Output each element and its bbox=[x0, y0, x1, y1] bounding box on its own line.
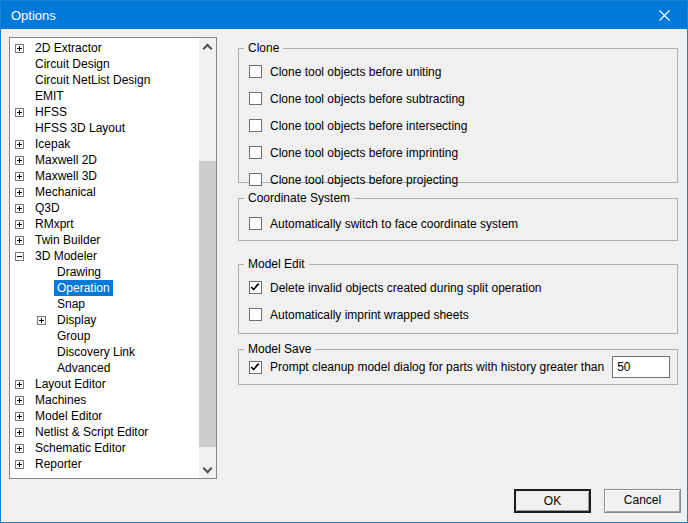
cancel-button[interactable]: Cancel bbox=[604, 489, 681, 513]
collapse-minus-icon[interactable] bbox=[15, 252, 24, 261]
tree-item[interactable]: Mechanical bbox=[10, 184, 199, 200]
checkbox-label[interactable]: Delete invalid objects created during sp… bbox=[270, 281, 542, 295]
tree-item-label[interactable]: Circuit NetList Design bbox=[32, 72, 153, 88]
tree-item-label[interactable]: Maxwell 3D bbox=[32, 168, 100, 184]
scroll-down-button[interactable] bbox=[199, 461, 216, 478]
expand-plus-icon[interactable] bbox=[15, 204, 24, 213]
checkbox-unchecked[interactable] bbox=[249, 217, 262, 230]
tree-item-label[interactable]: Circuit Design bbox=[32, 56, 113, 72]
checkbox-label[interactable]: Clone tool objects before imprinting bbox=[270, 146, 458, 160]
tree-item-label[interactable]: Machines bbox=[32, 392, 89, 408]
checkbox-unchecked[interactable] bbox=[249, 308, 262, 321]
tree-item-label[interactable]: Group bbox=[54, 328, 93, 344]
tree-item-label[interactable]: Drawing bbox=[54, 264, 104, 280]
tree-item[interactable]: Schematic Editor bbox=[10, 440, 199, 456]
tree-item-label[interactable]: EMIT bbox=[32, 88, 67, 104]
tree-item-label[interactable]: Twin Builder bbox=[32, 232, 103, 248]
group-title: Coordinate System bbox=[244, 191, 354, 206]
expand-plus-icon[interactable] bbox=[15, 412, 24, 421]
category-tree: 2D ExtractorCircuit DesignCircuit NetLis… bbox=[9, 37, 217, 479]
tree-item[interactable]: Maxwell 3D bbox=[10, 168, 199, 184]
tree-item[interactable]: Netlist & Script Editor bbox=[10, 424, 199, 440]
tree-item-label[interactable]: Mechanical bbox=[32, 184, 99, 200]
tree-item-label[interactable]: Icepak bbox=[32, 136, 73, 152]
tree-item[interactable]: Operation bbox=[10, 280, 199, 296]
tree-item-label[interactable]: Maxwell 2D bbox=[32, 152, 100, 168]
checkbox-unchecked[interactable] bbox=[249, 119, 262, 132]
tree-item[interactable]: HFSS bbox=[10, 104, 199, 120]
checkbox-unchecked[interactable] bbox=[249, 92, 262, 105]
checkbox-checked[interactable] bbox=[249, 361, 262, 374]
expand-plus-icon[interactable] bbox=[15, 44, 24, 53]
checkbox-checked[interactable] bbox=[249, 281, 262, 294]
tree-item[interactable]: Circuit NetList Design bbox=[10, 72, 199, 88]
checkbox-label[interactable]: Clone tool objects before intersecting bbox=[270, 119, 467, 133]
expand-plus-icon[interactable] bbox=[15, 460, 24, 469]
history-threshold-input[interactable] bbox=[612, 356, 670, 378]
close-button[interactable] bbox=[641, 1, 687, 29]
titlebar[interactable]: Options bbox=[1, 1, 687, 29]
tree-item[interactable]: Reporter bbox=[10, 456, 199, 472]
expand-plus-icon[interactable] bbox=[15, 188, 24, 197]
tree-item[interactable]: Group bbox=[10, 328, 199, 344]
tree-item[interactable]: 2D Extractor bbox=[10, 40, 199, 56]
expand-plus-icon[interactable] bbox=[15, 396, 24, 405]
ok-button[interactable]: OK bbox=[514, 489, 591, 513]
tree-item-label[interactable]: Reporter bbox=[32, 456, 85, 472]
expand-plus-icon[interactable] bbox=[15, 172, 24, 181]
tree-item[interactable]: Maxwell 2D bbox=[10, 152, 199, 168]
tree-item-label[interactable]: RMxprt bbox=[32, 216, 77, 232]
tree-item[interactable]: Twin Builder bbox=[10, 232, 199, 248]
tree-item[interactable]: Model Editor bbox=[10, 408, 199, 424]
expand-plus-icon[interactable] bbox=[15, 428, 24, 437]
scroll-up-button[interactable] bbox=[199, 38, 216, 55]
tree-item-label[interactable]: Discovery Link bbox=[54, 344, 138, 360]
expand-plus-icon[interactable] bbox=[15, 236, 24, 245]
tree-item[interactable]: EMIT bbox=[10, 88, 199, 104]
tree-item[interactable]: Snap bbox=[10, 296, 199, 312]
tree-item-label[interactable]: Q3D bbox=[32, 200, 63, 216]
expand-plus-icon[interactable] bbox=[15, 108, 24, 117]
tree-item[interactable]: Drawing bbox=[10, 264, 199, 280]
tree-item[interactable]: HFSS 3D Layout bbox=[10, 120, 199, 136]
tree-scrollbar-track[interactable] bbox=[199, 38, 216, 478]
tree-item[interactable]: Discovery Link bbox=[10, 344, 199, 360]
tree-item[interactable]: 3D Modeler bbox=[10, 248, 199, 264]
tree-item[interactable]: Circuit Design bbox=[10, 56, 199, 72]
expand-plus-icon[interactable] bbox=[15, 156, 24, 165]
checkbox-label[interactable]: Prompt cleanup model dialog for parts wi… bbox=[270, 360, 604, 374]
tree-item-label[interactable]: HFSS bbox=[32, 104, 70, 120]
expand-plus-icon[interactable] bbox=[15, 444, 24, 453]
tree-item[interactable]: RMxprt bbox=[10, 216, 199, 232]
tree-item-label[interactable]: Display bbox=[54, 312, 99, 328]
checkbox-label[interactable]: Automatically imprint wrapped sheets bbox=[270, 308, 469, 322]
tree-item[interactable]: Machines bbox=[10, 392, 199, 408]
tree-item-label[interactable]: Snap bbox=[54, 296, 88, 312]
tree-item-label[interactable]: Netlist & Script Editor bbox=[32, 424, 151, 440]
scrollbar-thumb[interactable] bbox=[199, 161, 216, 447]
expand-plus-icon[interactable] bbox=[15, 380, 24, 389]
tree-item-label[interactable]: HFSS 3D Layout bbox=[32, 120, 128, 136]
checkbox-label[interactable]: Clone tool objects before uniting bbox=[270, 65, 441, 79]
checkbox-unchecked[interactable] bbox=[249, 146, 262, 159]
tree-item-label[interactable]: Schematic Editor bbox=[32, 440, 129, 456]
tree-item[interactable]: Display bbox=[10, 312, 199, 328]
tree-item-label[interactable]: 3D Modeler bbox=[32, 248, 100, 264]
expand-plus-icon[interactable] bbox=[37, 316, 46, 325]
tree-item[interactable]: Layout Editor bbox=[10, 376, 199, 392]
checkbox-unchecked[interactable] bbox=[249, 65, 262, 78]
checkbox-label[interactable]: Clone tool objects before projecting bbox=[270, 173, 458, 187]
tree-item[interactable]: Advanced bbox=[10, 360, 199, 376]
expand-plus-icon[interactable] bbox=[15, 140, 24, 149]
tree-item[interactable]: Q3D bbox=[10, 200, 199, 216]
checkbox-label[interactable]: Automatically switch to face coordinate … bbox=[270, 217, 518, 231]
expand-plus-icon[interactable] bbox=[15, 220, 24, 229]
checkbox-unchecked[interactable] bbox=[249, 173, 262, 186]
tree-item-label[interactable]: Layout Editor bbox=[32, 376, 109, 392]
tree-item-label[interactable]: 2D Extractor bbox=[32, 40, 105, 56]
tree-item[interactable]: Icepak bbox=[10, 136, 199, 152]
tree-item-label[interactable]: Model Editor bbox=[32, 408, 105, 424]
tree-item-label[interactable]: Advanced bbox=[54, 360, 113, 376]
tree-item-label[interactable]: Operation bbox=[54, 280, 113, 296]
checkbox-label[interactable]: Clone tool objects before subtracting bbox=[270, 92, 465, 106]
